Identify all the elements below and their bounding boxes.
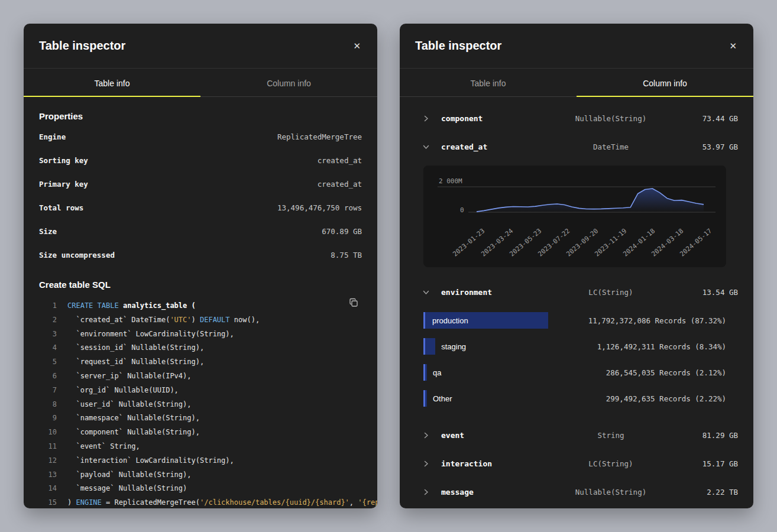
value-bar	[423, 364, 427, 381]
column-type: String	[549, 431, 673, 440]
table-inspector-dialog-table-info: Table inspector ✕ Table info Column info…	[24, 24, 377, 508]
line-number: 9	[39, 411, 57, 426]
sql-text: `payload` Nullable(String),	[67, 468, 192, 482]
value-bar	[423, 390, 427, 407]
line-number: 1	[39, 299, 57, 313]
sql-line: 5 `request_id` Nullable(String),	[39, 355, 362, 369]
sql-text: `namespace` Nullable(String),	[67, 411, 200, 426]
sql-text: `server_ip` Nullable(IPv4),	[67, 369, 192, 384]
column-size: 13.54 GB	[673, 288, 738, 297]
value-record-count: 1,126,492,311 Records (8.34%)	[597, 342, 726, 351]
line-number: 15	[39, 496, 57, 508]
chevron-right-icon	[420, 489, 432, 495]
y-axis-label-max: 2 000M	[439, 177, 462, 185]
sql-line: 6 `server_ip` Nullable(IPv4),	[39, 369, 362, 384]
column-row-environment[interactable]: environmentLC(String)13.54 GB	[415, 278, 738, 306]
dialog-header: Table inspector ✕	[400, 24, 753, 69]
table-inspector-dialog-column-info: Table inspector ✕ Table info Column info…	[400, 24, 753, 508]
property-label: Total rows	[39, 203, 83, 212]
y-axis-label-zero: 0	[460, 206, 464, 214]
column-row-interaction[interactable]: interactionLC(String)15.17 GB	[415, 449, 738, 478]
column-type: LC(String)	[549, 459, 673, 468]
sql-text: `event` String,	[67, 440, 140, 454]
properties-list: EngineReplicatedMergeTreeSorting keycrea…	[39, 125, 362, 267]
table-info-content: Properties EngineReplicatedMergeTreeSort…	[24, 97, 377, 508]
property-label: Size	[39, 227, 57, 236]
column-type: LC(String)	[549, 288, 673, 297]
property-value: created_at	[318, 156, 362, 165]
sql-line: 1CREATE TABLE analytics_table (	[39, 299, 362, 313]
column-name: message	[438, 488, 549, 497]
line-number: 4	[39, 341, 57, 355]
environment-bar-row: Other299,492,635 Records (2.22%)	[423, 385, 726, 411]
column-row-message[interactable]: messageNullable(String)2.22 TB	[415, 478, 738, 506]
property-label: Primary key	[39, 180, 88, 189]
property-label: Engine	[39, 132, 66, 141]
sql-text: `created_at` DateTime('UTC') DEFAULT now…	[67, 313, 260, 327]
sql-text: `org_id` Nullable(UUID),	[67, 384, 179, 398]
line-number: 12	[39, 454, 57, 468]
value-label: staging	[441, 342, 466, 351]
line-number: 3	[39, 327, 57, 342]
value-record-count: 286,545,035 Records (2.12%)	[606, 368, 726, 377]
value-label: qa	[433, 368, 441, 377]
environment-value-bars: production11,792,372,086 Records (87.32%…	[423, 307, 726, 411]
dialog-title: Table inspector	[415, 39, 501, 53]
line-number: 10	[39, 426, 57, 440]
properties-heading: Properties	[39, 111, 362, 121]
sql-line: 10 `component` Nullable(String),	[39, 426, 362, 440]
create-table-sql-heading: Create table SQL	[39, 280, 362, 290]
value-label: production	[432, 316, 468, 325]
line-number: 11	[39, 440, 57, 454]
line-number: 6	[39, 369, 57, 384]
column-size: 73.44 GB	[673, 114, 738, 123]
sql-line: 4 `session_id` Nullable(String),	[39, 341, 362, 355]
value-record-count: 299,492,635 Records (2.22%)	[606, 394, 726, 403]
sql-line: 3 `environment` LowCardinality(String),	[39, 327, 362, 342]
page-background: Table inspector ✕ Table info Column info…	[0, 0, 777, 532]
property-row: Size uncompressed8.75 TB	[39, 243, 362, 267]
close-icon[interactable]: ✕	[728, 39, 738, 53]
tab-table-info[interactable]: Table info	[24, 69, 200, 97]
column-row-created_at[interactable]: created_atDateTime53.97 GB	[415, 132, 738, 161]
copy-icon[interactable]	[347, 296, 361, 312]
tab-column-info[interactable]: Column info	[200, 69, 377, 97]
sql-line: 2 `created_at` DateTime('UTC') DEFAULT n…	[39, 313, 362, 327]
sql-line: 13 `payload` Nullable(String),	[39, 468, 362, 482]
column-name: component	[438, 114, 549, 123]
tab-column-info[interactable]: Column info	[577, 69, 753, 97]
sql-line: 14 `message` Nullable(String)	[39, 482, 362, 496]
sql-text: `message` Nullable(String)	[67, 482, 187, 496]
column-type: Nullable(String)	[549, 488, 673, 497]
sql-code-block: 1CREATE TABLE analytics_table (2 `create…	[39, 299, 362, 508]
property-value: 8.75 TB	[331, 251, 362, 259]
value-label: Other	[433, 394, 452, 403]
sql-text: CREATE TABLE analytics_table (	[67, 299, 196, 313]
property-row: Total rows13,496,476,750 rows	[39, 196, 362, 219]
value-record-count: 11,792,372,086 Records (87.32%)	[588, 316, 726, 325]
environment-bar-row: staging1,126,492,311 Records (8.34%)	[423, 333, 726, 359]
column-row-component[interactable]: componentNullable(String)73.44 GB	[415, 104, 738, 132]
column-info-content: componentNullable(String)73.44 GBcreated…	[400, 97, 753, 506]
sql-text: `interaction` LowCardinality(String),	[67, 454, 234, 468]
column-size: 81.29 GB	[673, 431, 738, 440]
property-row: Primary keycreated_at	[39, 172, 362, 196]
dialog-title: Table inspector	[39, 39, 125, 53]
sparkline-svg	[423, 166, 726, 222]
sql-text: `user_id` Nullable(String),	[67, 398, 192, 412]
column-name: event	[438, 431, 549, 440]
chevron-down-icon	[420, 289, 432, 296]
property-value: 13,496,476,750 rows	[277, 203, 362, 212]
column-row-event[interactable]: eventString81.29 GB	[415, 421, 738, 449]
close-icon[interactable]: ✕	[352, 39, 362, 53]
tab-bar: Table info Column info	[24, 69, 377, 97]
dialog-header: Table inspector ✕	[24, 24, 377, 69]
column-name: created_at	[438, 142, 549, 151]
sql-text: `environment` LowCardinality(String),	[67, 327, 234, 342]
sql-code-lines: 1CREATE TABLE analytics_table (2 `create…	[39, 299, 362, 508]
property-label: Size uncompressed	[39, 251, 115, 259]
column-type: DateTime	[549, 142, 673, 151]
sql-line: 12 `interaction` LowCardinality(String),	[39, 454, 362, 468]
property-label: Sorting key	[39, 156, 88, 165]
tab-table-info[interactable]: Table info	[400, 69, 577, 97]
